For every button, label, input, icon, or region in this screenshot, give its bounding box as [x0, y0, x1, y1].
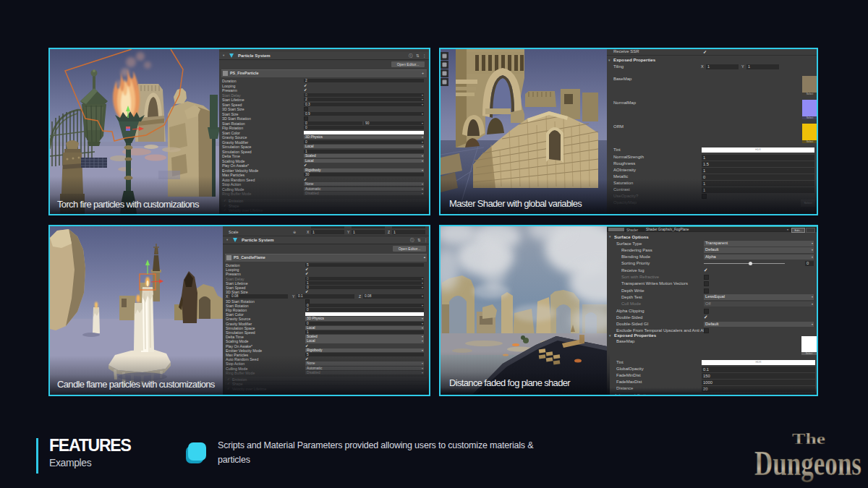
svg-text:Dungeons: Dungeons [754, 444, 861, 482]
